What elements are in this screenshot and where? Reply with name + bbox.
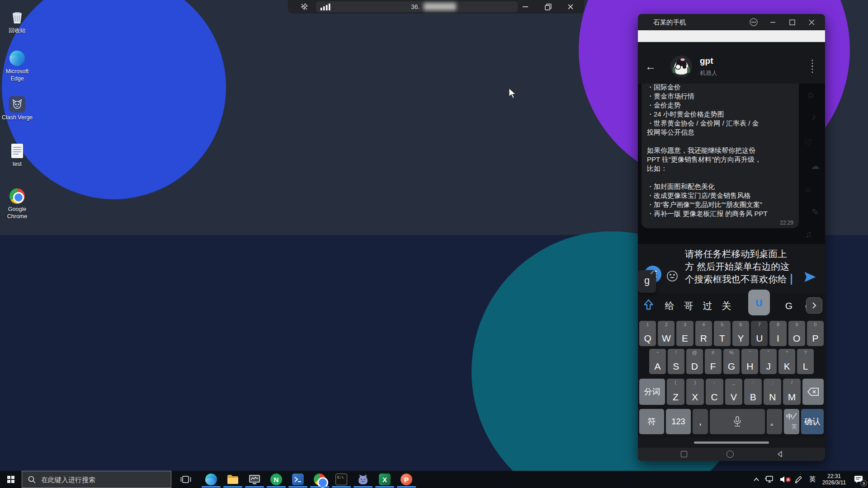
taskbar-icon-monitor-app[interactable]	[244, 471, 265, 488]
taskbar-clock[interactable]: 22:312026/3/11	[819, 471, 849, 488]
recents-button[interactable]	[681, 451, 687, 457]
phone-mirror-window: 石某的手机 ← gpt 机器人 ⋮⋮	[638, 14, 825, 461]
emoji-icon[interactable]	[666, 270, 678, 282]
segment-key[interactable]: 分词	[639, 379, 665, 405]
key-sub-label: ~	[649, 350, 666, 355]
chat-contact-subtitle: 机器人	[700, 69, 717, 77]
search-input[interactable]	[40, 475, 153, 484]
home-button[interactable]	[726, 450, 734, 458]
keyboard-key[interactable]: - C	[706, 379, 723, 405]
notification-center-button[interactable]: 3	[849, 471, 868, 488]
confirm-key[interactable]: 确认	[801, 409, 824, 434]
keyboard-key[interactable]: 2 W	[658, 321, 675, 346]
ime-candidate[interactable]: 给	[662, 300, 677, 312]
keyboard-key[interactable]: 1 Q	[639, 321, 656, 346]
toolbar-close-button[interactable]	[561, 0, 580, 14]
desktop-icon-clash-verge[interactable]: Clash Verge	[0, 96, 34, 122]
task-view-button[interactable]	[171, 471, 200, 488]
keyboard-key[interactable]: 8 I	[769, 321, 786, 346]
key-label: G	[723, 361, 740, 372]
gesture-pill[interactable]	[694, 441, 769, 444]
candidate-up-arrow-icon[interactable]	[642, 298, 656, 313]
back-arrow-icon[interactable]: ←	[644, 60, 657, 73]
key-sub-label: 8	[769, 322, 786, 327]
chrome-icon	[9, 188, 26, 205]
keyboard-key[interactable]: ” J	[760, 349, 777, 374]
keyboard-key[interactable]: 3 E	[676, 321, 693, 346]
keyboard-key[interactable]: ? L	[797, 349, 814, 374]
tray-expand-chevron[interactable]	[750, 471, 762, 488]
wallpaper-blue-circle	[2, 0, 226, 199]
keyboard-key[interactable]: % G	[723, 349, 740, 374]
desktop-icon-test[interactable]: test	[0, 142, 34, 168]
keyboard-key[interactable]: ) X	[686, 379, 704, 405]
taskbar-icon-edge[interactable]	[200, 471, 222, 488]
window-minimize-button[interactable]	[763, 14, 783, 30]
avatar[interactable]	[670, 56, 692, 77]
kebab-menu-icon[interactable]: ⋮⋮	[807, 60, 818, 72]
taskbar-icon-excel[interactable]: X	[374, 471, 396, 488]
keyboard-key[interactable]: 0 P	[807, 321, 824, 346]
candidate-label: 关	[722, 300, 731, 311]
taskbar-icon-clash-verge[interactable]	[352, 471, 374, 488]
key-label: L	[797, 361, 814, 372]
keyboard-key[interactable]: @ D	[686, 349, 703, 374]
candidate-expand-button[interactable]	[806, 297, 822, 314]
taskbar-icon-command-prompt[interactable]: C:\	[330, 471, 352, 488]
window-close-button[interactable]	[802, 14, 821, 30]
more-options-button[interactable]	[744, 14, 763, 30]
taskbar-icon-powershell[interactable]	[287, 471, 309, 488]
desktop-icon-google-chrome[interactable]: Google Chrome	[0, 188, 34, 220]
taskbar-icon-green-n-app[interactable]: N	[265, 471, 287, 488]
key-sub-label: %	[723, 350, 740, 355]
keyboard-key[interactable]: ; N	[764, 379, 781, 405]
chat-message-text: ・国际金价 ・黄金市场行情 ・金价走势 ・24 小时黄金价格走势图 ・世界黄金协…	[647, 84, 793, 218]
keyboard-key[interactable]: * K	[778, 349, 795, 374]
ime-candidate[interactable]: 关	[719, 300, 734, 312]
keyboard-key[interactable]: ( Z	[667, 379, 684, 405]
taskbar-search-box[interactable]	[22, 471, 171, 488]
ime-candidate[interactable]: 过	[700, 300, 715, 312]
symbols-key[interactable]: 符	[639, 409, 664, 434]
desktop-icon-recycle-bin[interactable]: 回收站	[0, 9, 34, 35]
comma-key[interactable]: ，	[693, 409, 708, 434]
keyboard-key[interactable]: : B	[744, 379, 762, 405]
volume-muted-icon[interactable]	[777, 471, 791, 488]
taskbar-icon-chrome[interactable]	[309, 471, 330, 488]
pen-icon[interactable]	[791, 471, 806, 488]
period-key[interactable]: 。	[767, 409, 782, 434]
keyboard-key[interactable]: ~ A	[649, 349, 666, 374]
keyboard-key[interactable]: 6 Y	[732, 321, 749, 346]
keyboard-key[interactable]: ! S	[668, 349, 684, 374]
send-button[interactable]	[803, 270, 817, 284]
desktop-icon-label: Google Chrome	[0, 206, 34, 220]
desktop-icon-microsoft-edge[interactable]: Microsoft Edge	[0, 50, 34, 82]
toolbar-restore-button[interactable]	[538, 0, 558, 14]
keyboard-key[interactable]: # F	[705, 349, 722, 374]
keyboard-key[interactable]: 7 U	[751, 321, 768, 346]
key-sub-label: 2	[658, 322, 675, 327]
keyboard-key[interactable]: 4 R	[695, 321, 712, 346]
back-button[interactable]	[776, 450, 783, 460]
keyboard-key[interactable]: 5 T	[714, 321, 731, 346]
pin-off-icon[interactable]	[294, 0, 314, 14]
message-input-text[interactable]: 请将任务栏移动到桌面上 方 然后开始菜单右边的这 个搜索框我也不喜欢你给	[685, 248, 794, 286]
taskbar-icon-file-explorer[interactable]	[222, 471, 244, 488]
numeric-key[interactable]: 123	[666, 409, 691, 434]
keyboard-key[interactable]: “ H	[741, 349, 758, 374]
language-toggle-key[interactable]: 中英	[784, 409, 799, 434]
keyboard-key[interactable]: / M	[783, 379, 801, 405]
window-maximize-button[interactable]	[783, 14, 802, 30]
taskbar-icon-powerpoint[interactable]: P	[396, 471, 417, 488]
ime-candidate[interactable]: G	[782, 300, 796, 311]
keyboard-key[interactable]: _ V	[725, 379, 743, 405]
keyboard-key[interactable]: 9 O	[788, 321, 805, 346]
toolbar-minimize-button[interactable]	[515, 0, 535, 14]
input-language-indicator[interactable]: 英	[806, 471, 819, 488]
network-icon[interactable]	[762, 471, 777, 488]
start-button[interactable]	[0, 471, 22, 488]
backspace-key[interactable]	[802, 379, 824, 405]
ime-candidate[interactable]: 哥	[681, 300, 696, 312]
space-key[interactable]	[710, 409, 765, 434]
powerpoint-letter: P	[401, 474, 412, 485]
